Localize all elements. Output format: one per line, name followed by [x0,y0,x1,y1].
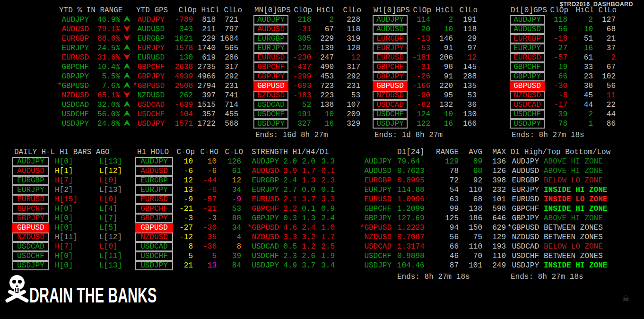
cell-value: BELOW LO ZONE [539,176,644,185]
cell-value: AUDJPY [132,15,165,25]
pair-badge: GBPCHF [373,62,408,72]
cell-value: 228 [334,15,360,25]
cell-value: 97 [453,43,477,53]
cell-value: USDJPY [506,261,539,270]
cell-value: EURUSD [358,195,392,204]
cell-value: GBPCHF [246,204,279,214]
cell-value: -183 [288,91,311,100]
cell-value: 741 [216,91,238,100]
cell-value: 4.9 [279,261,297,270]
table-row: USDJPY78186 [510,119,617,129]
cell-value: -62 [408,100,430,110]
pair-badge: EURUSD [373,53,408,62]
table-row: USDCHF5539 [135,251,243,261]
table-row: AUDJPY1010126 [135,157,243,166]
cell-value: 2508 [165,81,193,91]
cell-value: 68 [459,166,482,176]
cell-value: 118 [334,25,360,34]
cell-value: 46 [431,251,459,261]
pair-badge: EURGBP [253,34,288,43]
pair-badge: GBPJPY [135,214,173,223]
cell-value: 1.7 [297,166,315,176]
cell-value: 2.3 [279,251,297,261]
cell-value: 262 [165,91,193,100]
cell-value: GBPJPY [506,214,539,223]
pair-badge: USDCAD [253,100,288,110]
cell-value: 2 [430,15,453,25]
pair-badge: EURGBP [510,34,545,43]
cell-value: 7.6% [89,81,120,91]
cell-value: 292 [334,72,360,81]
cell-value: 70 [459,251,482,261]
pair-badge: AUDJPY [135,157,173,166]
cell-value: ABOVE HI ZONE [539,214,644,223]
table-row: GBPCHF-437490317 [253,62,361,72]
cell-value: L[7] [99,214,132,223]
cell-value: -104 [165,110,193,119]
cell-value: -8 [545,91,567,100]
table-w10-gps: W1[0]GPSClOpHiClClLoAUDJPY1142191AUDUSD2… [373,6,478,140]
pair-badge: EURUSD [510,53,545,62]
pair-badge: AUDUSD [253,25,288,34]
cell-value: 218 [288,15,311,25]
cell-value: -639 [165,100,193,110]
cell-value: GBPCHF [358,204,392,214]
cell-value: USDCAD [358,242,392,251]
table-row: USDJPY32716329 [253,119,361,129]
table-row: EURUSD1.09966368101 [358,195,506,204]
cell-value: 33 [567,62,593,72]
table-header-row: YTD GPSClOpHiClClLo [132,6,242,15]
cell-value: USDCAD [506,242,539,251]
cell-value: 84 [217,261,241,270]
pair-badge: GBPUSD [253,81,288,91]
cell-value: 1515 [193,100,216,110]
cell-value: 2.3 [315,176,335,185]
table-header-row: MN[0]GPSClOpHiClClLo [253,6,361,15]
cell-value: 317 [216,62,238,72]
cell-value: 568 [216,119,238,129]
cell-value: USDCAD [53,100,89,110]
pair-badge: NZDUSD [253,91,288,100]
table-row: GBPCHF1.209999138598 [358,204,506,214]
table-row: AUDUSD-3167118 [253,25,361,34]
pair-badge: GBPJPY [510,72,545,81]
cell-value: 130 [165,53,193,62]
cell-value: 56 [593,81,616,91]
cell-value: AUDUSD [53,25,89,34]
cell-value: -36 [193,242,217,251]
table-header-row: DAILY H-L H1 BARS AGO [12,147,156,157]
cell-value: 45 [567,91,593,100]
table-row: AUDUSD2010118 [373,25,478,34]
table-row: EURUSD2.13.73.3 [246,195,374,204]
cell-value: 10.4% [89,62,120,72]
cell-value: AUDUSD [132,25,165,34]
table-row: USDJPY104.4687101249 [358,261,506,270]
column-header: ClOp [168,6,197,15]
column-header: STRENGTH H1/H4/D1 [246,147,374,157]
cell-value: H[0] [49,251,99,261]
cell-value: EURGBP [358,176,392,185]
table-row: *GBPUSD25082794231 [132,81,242,91]
cell-value: 2.4 [315,214,335,223]
column-header: C-Op [175,147,195,157]
cell-value: AUDJPY [506,157,539,166]
column-header: ClLo [219,6,242,15]
pair-badge: GBPUSD [135,223,173,233]
pair-badge: AUDJPY [373,15,408,25]
cell-value: 129 [431,157,459,166]
cell-value: EURJPY [53,43,89,53]
cell-value: EURGBP [53,34,89,43]
cell-value: AUDUSD [506,166,539,176]
pair-badge: USDCAD [12,242,49,251]
table-row: USDJPY4.93.73.4 [246,261,374,270]
cell-value: 129 [482,233,506,242]
cell-value: 0.8995 [392,176,431,185]
cell-value: BETWEEN ZONES [539,233,644,242]
cell-value: 2.0 [297,157,315,166]
pair-badge: NZDUSD [510,91,545,100]
cell-value: 2794 [193,81,216,91]
cell-value: USDJPY [358,261,392,270]
column-header: ClLo [594,6,617,15]
cell-value: 305 [288,34,311,43]
cell-value: 126 [217,157,241,166]
